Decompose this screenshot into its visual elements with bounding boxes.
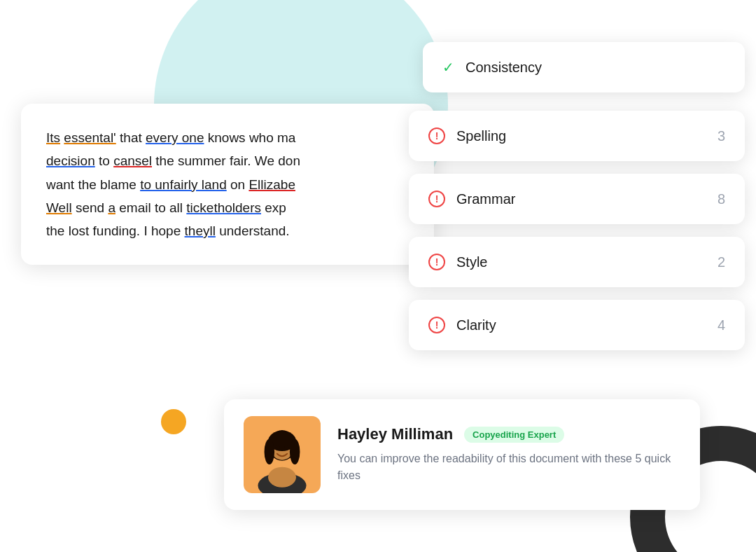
text-segment: exp bbox=[265, 200, 286, 215]
error-ticketholders: ticketholders bbox=[186, 200, 261, 215]
error-essental: essental' bbox=[64, 130, 115, 145]
decorative-dot bbox=[161, 409, 186, 434]
profile-description: You can improve the readability of this … bbox=[337, 450, 680, 484]
style-card[interactable]: ! Style 2 bbox=[409, 237, 745, 287]
svg-point-4 bbox=[290, 439, 300, 464]
style-count: 2 bbox=[718, 254, 725, 270]
svg-point-6 bbox=[285, 445, 288, 449]
style-label: Style bbox=[456, 254, 718, 270]
consistency-label: Consistency bbox=[465, 60, 725, 76]
profile-name: Hayley Milliman bbox=[337, 425, 453, 443]
text-segment: that bbox=[120, 130, 146, 145]
text-segment: the summer fair. We don bbox=[155, 153, 300, 168]
error-cansel: cansel bbox=[113, 153, 152, 168]
exclaim-icon: ! bbox=[428, 317, 445, 333]
clarity-count: 4 bbox=[718, 317, 725, 333]
check-icon: ✓ bbox=[442, 59, 454, 76]
consistency-card[interactable]: ✓ Consistency bbox=[423, 42, 745, 92]
grammar-count: 8 bbox=[718, 191, 725, 207]
svg-point-5 bbox=[276, 445, 279, 449]
text-segment: want the blame bbox=[46, 177, 140, 192]
text-segment: send bbox=[76, 200, 108, 215]
text-segment: understand. bbox=[219, 223, 289, 238]
expert-badge: Copyediting Expert bbox=[464, 427, 564, 443]
text-segment: to bbox=[99, 153, 113, 168]
error-unfairly: to unfairly land bbox=[140, 177, 227, 192]
spelling-card[interactable]: ! Spelling 3 bbox=[409, 111, 745, 161]
error-its: Its bbox=[46, 130, 60, 145]
text-segment: the lost funding. I hope bbox=[46, 223, 185, 238]
text-segment: knows who ma bbox=[208, 130, 296, 145]
profile-header: Hayley Milliman Copyediting Expert bbox=[337, 425, 680, 443]
editor-card: Its essental' that every one knows who m… bbox=[21, 104, 434, 265]
exclaim-icon: ! bbox=[428, 254, 445, 270]
exclaim-icon: ! bbox=[428, 191, 445, 207]
error-well: Well bbox=[46, 200, 72, 215]
spelling-count: 3 bbox=[718, 128, 725, 144]
clarity-label: Clarity bbox=[456, 317, 718, 333]
error-a: a bbox=[108, 200, 115, 215]
avatar bbox=[244, 416, 321, 493]
profile-info: Hayley Milliman Copyediting Expert You c… bbox=[337, 425, 680, 484]
grammar-card[interactable]: ! Grammar 8 bbox=[409, 174, 745, 224]
svg-point-3 bbox=[265, 439, 275, 464]
text-segment: on bbox=[230, 177, 248, 192]
svg-point-8 bbox=[268, 467, 296, 488]
editor-text: Its essental' that every one knows who m… bbox=[46, 126, 409, 242]
error-ellizabe: Ellizabe bbox=[248, 177, 295, 192]
error-decision: decision bbox=[46, 153, 95, 168]
spelling-label: Spelling bbox=[456, 128, 718, 144]
clarity-card[interactable]: ! Clarity 4 bbox=[409, 300, 745, 350]
grammar-label: Grammar bbox=[456, 191, 718, 207]
text-segment: email to all bbox=[119, 200, 186, 215]
exclaim-icon: ! bbox=[428, 127, 445, 144]
error-everyone: every one bbox=[146, 130, 204, 145]
profile-card: Hayley Milliman Copyediting Expert You c… bbox=[224, 399, 700, 510]
error-theyll: theyll bbox=[185, 223, 216, 238]
